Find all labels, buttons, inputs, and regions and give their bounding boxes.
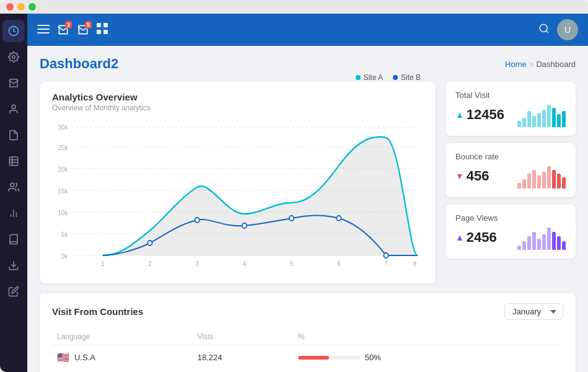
svg-point-44	[195, 218, 200, 223]
mini-bar-item	[537, 113, 541, 127]
mini-bar-item	[517, 121, 521, 127]
page-header: Dashboard2 Home > Dashboard	[40, 56, 576, 72]
stat-card-bounce-rate: Bounce rate ▼ 456	[445, 143, 576, 197]
page-views-chart	[517, 225, 566, 250]
sidebar-item-chart[interactable]	[2, 202, 25, 224]
percent-cell: 50%	[293, 345, 563, 370]
sidebar-item-user[interactable]	[2, 98, 25, 120]
svg-rect-15	[97, 23, 101, 27]
menu-icon[interactable]	[37, 24, 50, 37]
mini-bar-item	[527, 174, 531, 188]
svg-rect-17	[97, 30, 101, 34]
legend-label-a: Site A	[364, 73, 383, 82]
svg-text:20k: 20k	[58, 166, 68, 174]
total-visit-chart	[517, 102, 566, 127]
visits-cell: 18,224	[193, 345, 293, 370]
legend-dot-a	[356, 75, 361, 80]
chart-title: Analytics Overview	[52, 92, 151, 102]
col-visits: Vists	[193, 329, 293, 345]
app-wrapper: 3 5 U Dashboard2 Home > D	[0, 14, 588, 372]
svg-text:10k: 10k	[58, 209, 68, 217]
legend-site-b: Site B	[393, 73, 421, 82]
svg-rect-18	[103, 30, 108, 34]
dashboard-grid: Analytics Overview Overview of Monthly a…	[40, 82, 576, 283]
col-language: Language	[52, 329, 193, 345]
total-visit-label: Total Visit	[455, 91, 566, 100]
legend-dot-b	[393, 75, 398, 80]
legend-site-a: Site A	[356, 73, 383, 82]
mini-bar-item	[557, 174, 561, 188]
mini-bar-item	[557, 236, 561, 250]
sidebar-item-group[interactable]	[2, 176, 25, 198]
mini-bar-item	[557, 114, 561, 127]
bounce-rate-chart	[517, 164, 566, 188]
nav-badge-2[interactable]: 5	[77, 24, 89, 36]
svg-text:25k: 25k	[58, 144, 68, 152]
sidebar-item-mail[interactable]	[2, 72, 25, 94]
topnav: 3 5 U	[27, 14, 588, 46]
maximize-button[interactable]	[29, 3, 36, 11]
svg-text:30k: 30k	[58, 123, 68, 131]
mini-bar-item	[552, 232, 556, 250]
svg-rect-3	[9, 157, 18, 166]
svg-rect-16	[103, 23, 108, 27]
chart-legend: Site A Site B	[356, 73, 421, 82]
svg-text:15k: 15k	[58, 187, 68, 195]
total-visit-row: ▲ 12456	[455, 102, 566, 127]
mini-bar-item	[532, 170, 536, 188]
svg-text:7: 7	[384, 260, 388, 268]
bounce-rate-row: ▼ 456	[455, 164, 566, 188]
page-views-trend-icon: ▲	[455, 232, 464, 242]
page-views-row: ▲ 2456	[455, 225, 566, 250]
svg-point-19	[540, 24, 547, 32]
sidebar-item-download[interactable]	[2, 254, 25, 277]
mini-bar-item	[562, 241, 566, 250]
search-icon[interactable]	[538, 23, 550, 37]
col-percent: %	[293, 329, 563, 345]
total-visit-trend-icon: ▲	[455, 110, 464, 120]
month-select[interactable]: January February March	[504, 303, 563, 320]
mini-bar-item	[537, 239, 541, 250]
page-views-value: ▲ 2456	[455, 229, 497, 246]
sidebar	[0, 14, 27, 372]
svg-point-47	[336, 216, 341, 221]
stat-card-total-visit: Total Visit ▲ 12456	[445, 82, 576, 136]
mini-bar-item	[542, 110, 546, 127]
mini-bar-item	[552, 108, 556, 127]
bounce-rate-label: Bounce rate	[455, 152, 566, 161]
nav-badge-1[interactable]: 3	[57, 24, 69, 36]
avatar[interactable]: U	[557, 19, 578, 40]
svg-line-20	[546, 30, 548, 32]
svg-point-7	[11, 183, 14, 187]
mini-bar-item	[547, 166, 551, 188]
table-header-row: Language Vists %	[52, 329, 563, 345]
sidebar-item-edit[interactable]	[2, 280, 25, 303]
sidebar-item-file[interactable]	[2, 124, 25, 146]
breadcrumb-home[interactable]: Home	[505, 60, 527, 69]
chart-svg-wrapper: 0k 5k 10k 15k 20k 25k 30k	[52, 122, 423, 273]
svg-point-1	[12, 56, 15, 59]
svg-point-46	[289, 216, 294, 221]
mini-bar-item	[532, 232, 536, 250]
sidebar-item-settings[interactable]	[2, 46, 25, 68]
country-name: U.S.A	[74, 353, 95, 362]
svg-point-45	[242, 223, 247, 228]
svg-rect-12	[37, 25, 50, 26]
grid-icon[interactable]	[97, 23, 108, 37]
sidebar-item-table[interactable]	[2, 150, 25, 172]
sidebar-item-book[interactable]	[2, 228, 25, 250]
close-button[interactable]	[6, 3, 14, 11]
chart-subtitle: Overview of Monthly analytics	[52, 104, 151, 112]
minimize-button[interactable]	[17, 3, 25, 11]
svg-rect-14	[37, 32, 50, 33]
breadcrumb: Home > Dashboard	[505, 60, 576, 69]
page-title: Dashboard2	[40, 56, 118, 72]
sidebar-item-dashboard[interactable]	[2, 20, 25, 42]
page-views-label: Page Views	[455, 213, 566, 223]
svg-text:6: 6	[337, 260, 341, 268]
mini-bar-item	[522, 179, 526, 188]
svg-text:5k: 5k	[61, 231, 68, 239]
mini-bar-item	[542, 172, 546, 188]
countries-header: Visit From Countries January February Ma…	[52, 303, 563, 320]
svg-text:3: 3	[195, 260, 199, 268]
